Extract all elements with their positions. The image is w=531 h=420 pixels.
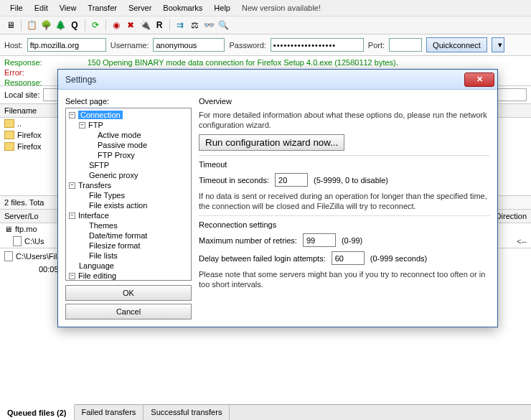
file-icon: [4, 251, 13, 261]
quickconnect-bar: Host: Username: Password: Port: Quickcon…: [0, 34, 531, 56]
menu-view[interactable]: View: [54, 1, 83, 14]
tree-filelists[interactable]: File lists: [89, 251, 118, 260]
cancel-button[interactable]: Cancel: [65, 304, 192, 319]
log-message: 150 Opening BINARY mode data connection …: [44, 58, 398, 67]
cancel-icon[interactable]: ✖: [124, 19, 137, 32]
port-input[interactable]: [389, 38, 422, 52]
username-label: Username:: [111, 41, 149, 50]
compare-icon[interactable]: ⚖: [188, 19, 201, 32]
reconnection-heading: Reconnection settings: [199, 220, 490, 229]
new-version-link[interactable]: New version available!: [236, 1, 326, 14]
port-label: Port:: [368, 41, 385, 50]
overview-heading: Overview: [199, 97, 490, 106]
tree-collapse-icon[interactable]: −: [69, 273, 75, 279]
tree-file-editing[interactable]: File editing: [78, 271, 116, 280]
tab-successful[interactable]: Successful transfers: [144, 405, 230, 420]
log-label-response: Response:: [4, 78, 42, 86]
tree-collapse-icon[interactable]: −: [79, 122, 85, 129]
host-input[interactable]: [27, 38, 106, 52]
tree-filesize[interactable]: Filesize format: [89, 241, 141, 250]
delay-hint: (0-999 seconds): [370, 254, 428, 263]
tree-collapse-icon[interactable]: −: [69, 112, 75, 118]
sitemanager-icon[interactable]: 🖥: [4, 19, 17, 32]
tab-failed[interactable]: Failed transfers: [75, 405, 144, 420]
settings-dialog: Settings ✕ Select page: −Connection −FTP…: [57, 69, 498, 327]
tree-generic-proxy[interactable]: Generic proxy: [89, 171, 138, 179]
username-input[interactable]: [153, 38, 225, 52]
tree-language[interactable]: Language: [79, 261, 114, 270]
overview-text: For more detailed information about what…: [199, 110, 490, 130]
tree-file-exists[interactable]: File exists action: [89, 201, 147, 210]
tree-sftp[interactable]: SFTP: [89, 161, 109, 169]
tree-collapse-icon[interactable]: −: [69, 213, 75, 219]
timeout-input[interactable]: [275, 173, 308, 187]
reconnect-icon[interactable]: R: [153, 19, 166, 32]
tree-passive-mode[interactable]: Passive mode: [98, 141, 147, 149]
tree-ftp[interactable]: FTP: [88, 121, 103, 129]
filename-cell: Firefox: [17, 142, 42, 151]
log-label-error: Error:: [4, 68, 24, 77]
timeout-hint: (5-9999, 0 to disable): [314, 176, 388, 185]
retries-hint: (0-99): [342, 236, 362, 245]
tree-transfers[interactable]: Transfers: [78, 181, 111, 190]
menu-file[interactable]: File: [4, 1, 29, 14]
filename-cell: ..: [17, 119, 22, 128]
queue-icon[interactable]: Q: [68, 19, 81, 32]
delay-input[interactable]: [332, 251, 365, 265]
host-label: Host:: [4, 41, 23, 50]
timeout-label: Timeout in seconds:: [199, 176, 269, 185]
close-button[interactable]: ✕: [464, 73, 494, 87]
delay-label: Delay between failed login attempts:: [199, 254, 326, 263]
queue-path: C:\Us: [24, 237, 44, 246]
refresh-icon[interactable]: ⟳: [89, 19, 102, 32]
log-label-response: Response:: [4, 58, 42, 67]
direction-arrow: <--: [517, 237, 527, 246]
folder-icon: [4, 131, 14, 139]
menu-edit[interactable]: Edit: [29, 1, 54, 14]
retries-input[interactable]: [303, 233, 336, 247]
menu-server[interactable]: Server: [123, 1, 157, 14]
filename-cell: Firefox: [17, 131, 42, 139]
settings-tree[interactable]: −Connection −FTP Active mode Passive mod…: [65, 108, 192, 281]
folder-icon: [4, 142, 14, 151]
disconnect-icon[interactable]: 🔌: [138, 19, 151, 32]
bottom-tabs: Queued files (2) Failed transfers Succes…: [0, 404, 531, 420]
ok-button[interactable]: OK: [65, 285, 192, 301]
menu-help[interactable]: Help: [208, 1, 236, 14]
toggle-remote-tree-icon[interactable]: 🌲: [54, 19, 67, 32]
tree-datetime[interactable]: Date/time format: [89, 231, 147, 240]
toolbar: 🖥 📋 🌳 🌲 Q ⟳ ◉ ✖ 🔌 R ⇉ ⚖ 👓 🔍: [0, 17, 531, 34]
menu-bookmarks[interactable]: Bookmarks: [157, 1, 208, 14]
menubar: File Edit View Transfer Server Bookmarks…: [0, 0, 531, 17]
dialog-titlebar[interactable]: Settings ✕: [58, 70, 497, 90]
reconnection-text: Please note that some servers might ban …: [199, 269, 490, 289]
timeout-heading: Timeout: [199, 160, 490, 169]
menu-transfer[interactable]: Transfer: [82, 1, 123, 14]
tab-queued[interactable]: Queued files (2): [0, 404, 75, 420]
server-icon: 🖥: [4, 225, 12, 233]
toggle-tree-icon[interactable]: 🌳: [39, 19, 52, 32]
process-queue-icon[interactable]: ◉: [110, 19, 123, 32]
password-label: Password:: [229, 41, 266, 50]
tree-active-mode[interactable]: Active mode: [98, 131, 141, 139]
local-site-label: Local site:: [4, 90, 40, 99]
select-page-label: Select page:: [65, 97, 192, 106]
server-label: ftp.mo: [15, 225, 37, 233]
find-icon[interactable]: 🔍: [217, 19, 230, 32]
sync-browse-icon[interactable]: 👓: [202, 19, 215, 32]
file-icon: [13, 236, 22, 246]
tree-collapse-icon[interactable]: −: [69, 182, 75, 189]
quickconnect-button[interactable]: Quickconnect: [426, 37, 487, 52]
tree-filetypes[interactable]: File Types: [89, 191, 125, 200]
password-input[interactable]: [271, 38, 364, 52]
dialog-title: Settings: [65, 75, 96, 85]
tree-themes[interactable]: Themes: [89, 221, 118, 230]
folder-icon: [4, 119, 14, 128]
toggle-log-icon[interactable]: 📋: [25, 19, 38, 32]
run-wizard-button[interactable]: Run configuration wizard now...: [199, 134, 344, 151]
tree-ftp-proxy[interactable]: FTP Proxy: [98, 151, 135, 159]
tree-connection[interactable]: Connection: [78, 111, 123, 119]
filter-icon[interactable]: ⇉: [174, 19, 187, 32]
tree-interface[interactable]: Interface: [78, 211, 109, 220]
quickconnect-dropdown[interactable]: ▾: [492, 37, 504, 52]
